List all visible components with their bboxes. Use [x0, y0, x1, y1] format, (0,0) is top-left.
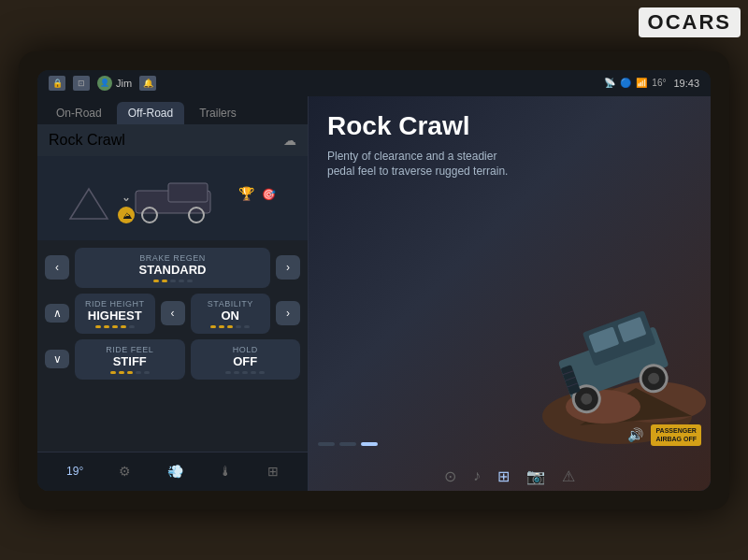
stability-value: ON [222, 309, 240, 323]
rdot2 [104, 325, 109, 328]
dot1 [153, 280, 159, 282]
progress-dots [318, 442, 378, 446]
ride-feel-value: STIFF [113, 354, 147, 368]
rock-crawl-desc: Plenty of clearance and a steadier pedal… [327, 149, 514, 180]
status-bar: 🔒 ⊡ 👤 Jim 🔔 📡 🔵 📶 16° 19:43 [37, 70, 711, 96]
ride-height-label: Ride Height [85, 299, 145, 309]
bluetooth-icon: 🔵 [620, 78, 631, 88]
climate-icon: 🌡 [219, 464, 232, 479]
brake-regen-value: STANDARD [139, 263, 207, 277]
stability-card: Stability ON [191, 294, 271, 334]
progress-dot-2 [339, 442, 356, 446]
status-left: 🔒 ⊡ 👤 Jim 🔔 [49, 76, 156, 91]
dot2 [162, 280, 167, 282]
tab-off-road[interactable]: Off-Road [117, 102, 184, 124]
compass-icon[interactable]: ⊙ [444, 467, 456, 485]
right-panel: Rock Crawl Plenty of clearance and a ste… [309, 96, 711, 491]
user-avatar: 👤 [97, 76, 112, 91]
lock-icon: 🔒 [49, 76, 65, 91]
gear-icon: ⚙ [119, 464, 131, 479]
rock-crawl-info: Rock Crawl Plenty of clearance and a ste… [309, 96, 711, 195]
ride-height-nav: ∧ [45, 304, 69, 323]
svg-text:🏆: 🏆 [238, 186, 255, 202]
ride-height-dots [95, 325, 135, 328]
rdot3 [112, 325, 118, 328]
mode-title: Rock Crawl [49, 132, 125, 149]
airbag-badge: PASSENGERAIRBAG OFF [651, 424, 701, 445]
stability-prev[interactable]: ‹ [161, 301, 185, 325]
hdot4 [251, 371, 256, 374]
alert-icon[interactable]: ⚠ [562, 467, 575, 485]
ride-feel-card: Ride Feel STIFF [75, 339, 185, 380]
status-icons: 📡 🔵 📶 16° [604, 78, 666, 88]
nav-item-settings[interactable]: ⚙ [119, 464, 131, 479]
dot5 [187, 280, 193, 282]
main-content: On-Road Off-Road Trailers Rock Crawl ☁ [37, 96, 711, 491]
bottom-nav: 19° ⚙ 💨 🌡 ⊞ [37, 452, 308, 491]
music-icon[interactable]: ♪ [473, 467, 481, 485]
rock-crawl-title: Rock Crawl [327, 111, 692, 141]
brake-regen-prev[interactable]: ‹ [45, 255, 69, 280]
mode-icon: ⊞ [267, 464, 279, 479]
user-display[interactable]: 👤 Jim [97, 76, 132, 91]
nav-item-climate[interactable]: 🌡 [219, 464, 232, 479]
brake-regen-card: Brake Regen STANDARD [75, 248, 270, 288]
dashboard-surround: 🔒 ⊡ 👤 Jim 🔔 📡 🔵 📶 16° 19:43 [19, 51, 729, 510]
dot3 [170, 280, 176, 282]
rfdot2 [119, 371, 124, 374]
tab-on-road[interactable]: On-Road [45, 102, 113, 124]
ride-down-btn[interactable]: ∨ [45, 350, 69, 368]
hold-dots [225, 371, 265, 374]
stability-label: Stability [208, 299, 253, 309]
rfdot1 [110, 371, 116, 374]
hold-value: OFF [233, 354, 257, 368]
ride-feel-dots [110, 371, 150, 374]
status-right: 📡 🔵 📶 16° 19:43 [604, 78, 699, 89]
svg-text:🎯: 🎯 [262, 187, 276, 201]
ride-height-down-nav: ∨ [45, 350, 69, 368]
right-bottom-nav: ⊙ ♪ ⊞ 📷 ⚠ [444, 467, 575, 485]
vehicle-illustration: 🏆 🎯 ⛰ [37, 156, 308, 240]
brake-regen-label: Brake Regen [139, 253, 206, 263]
nav-item-fan[interactable]: 💨 [167, 464, 183, 479]
nav-item-mode[interactable]: ⊞ [267, 464, 279, 479]
status-time: 19:43 [673, 78, 699, 89]
camera-icon[interactable]: 📷 [526, 467, 545, 485]
progress-dot-3 [361, 442, 378, 446]
mode-selector: Rock Crawl ☁ [37, 124, 308, 156]
brake-regen-dots [153, 280, 193, 282]
drive-tabs: On-Road Off-Road Trailers [37, 96, 308, 124]
drive-mode-icon[interactable]: ⊞ [497, 467, 510, 485]
brake-regen-row: ‹ Brake Regen STANDARD [45, 248, 300, 288]
rdot4 [121, 325, 126, 328]
settings-area: ‹ Brake Regen STANDARD [37, 240, 308, 452]
ride-height-card: Ride Height HIGHEST [75, 294, 155, 334]
user-name: Jim [116, 78, 132, 89]
ride-feel-label: Ride Feel [106, 345, 153, 354]
rfdot3 [127, 371, 133, 374]
rfdot4 [136, 371, 141, 374]
hdot1 [225, 371, 231, 374]
volume-icon[interactable]: 🔊 [627, 427, 643, 442]
cloud-icon: ☁ [283, 133, 296, 148]
progress-dot-1 [318, 442, 335, 446]
hdot2 [234, 371, 239, 374]
hold-card: Hold OFF [191, 339, 301, 380]
temp-status: 16° [652, 78, 666, 88]
dot4 [179, 280, 184, 282]
wifi-icon: 📡 [604, 78, 615, 88]
svg-text:⛰: ⛰ [122, 210, 132, 221]
svg-rect-2 [168, 183, 208, 202]
bell-icon: 🔔 [139, 76, 156, 91]
truck-on-rocks-svg [468, 248, 711, 453]
brake-regen-next[interactable]: › [276, 255, 300, 280]
hold-label: Hold [233, 345, 258, 354]
sdot4 [236, 325, 241, 328]
ride-up-btn[interactable]: ∧ [45, 304, 69, 323]
rfdot5 [144, 371, 150, 374]
tab-trailers[interactable]: Trailers [188, 102, 248, 124]
ride-stability-row: ∧ Ride Height HIGHEST [45, 294, 300, 334]
svg-marker-0 [70, 189, 108, 219]
hdot3 [242, 371, 248, 374]
stability-next[interactable]: › [276, 301, 300, 325]
